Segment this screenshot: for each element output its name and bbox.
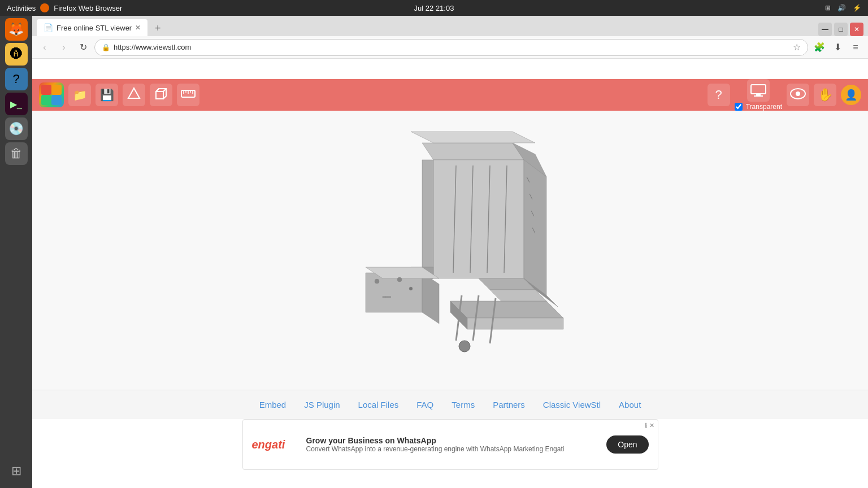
transparent-toggle[interactable]: Transparent — [735, 103, 782, 111]
hand-tool-button[interactable]: ✋ — [814, 84, 836, 106]
svg-rect-5 — [156, 91, 163, 99]
tab-close-button[interactable]: ✕ — [135, 24, 141, 32]
svg-marker-26 — [524, 160, 546, 295]
svg-point-20 — [796, 91, 800, 96]
app-logo[interactable] — [39, 82, 64, 107]
display-mode-button[interactable] — [747, 79, 770, 102]
svg-rect-18 — [754, 95, 763, 97]
sidebar-item-grid[interactable]: ⊞ — [5, 460, 28, 482]
cube-button[interactable] — [150, 84, 172, 106]
back-button[interactable]: ‹ — [37, 40, 53, 55]
nav-bar: ‹ › ↻ 🔒 https://www.viewstl.com ☆ 🧩 ⬇ ≡ — [32, 36, 868, 59]
sidebar-item-apt[interactable]: 🅐 — [5, 43, 28, 66]
svg-point-45 — [459, 341, 470, 352]
ad-subtitle: Convert WhatsApp into a revenue-generati… — [306, 445, 598, 453]
svg-marker-36 — [450, 301, 563, 318]
address-bar[interactable]: 🔒 https://www.viewstl.com ☆ — [94, 39, 808, 56]
footer-link-embed[interactable]: Embed — [259, 400, 287, 409]
sidebar-item-firefox[interactable]: 🦊 — [5, 18, 28, 41]
model-container: ▬▬▬ — [32, 111, 868, 390]
transparent-checkbox[interactable] — [735, 103, 743, 111]
svg-marker-40 — [422, 273, 439, 324]
footer-link-partners[interactable]: Partners — [493, 400, 525, 409]
svg-marker-25 — [433, 160, 524, 278]
help-button[interactable]: ? — [708, 84, 730, 106]
ad-controls[interactable]: ℹ ✕ — [645, 422, 654, 429]
downloads-button[interactable]: ⬇ — [830, 40, 845, 55]
footer-link-classic[interactable]: Classic ViewStl — [543, 400, 601, 409]
ad-info-icon[interactable]: ℹ — [645, 422, 647, 429]
footer-link-faq[interactable]: FAQ — [416, 400, 433, 409]
taskbar-left: Activities Firefox Web Browser — [7, 3, 122, 12]
ad-banner: ℹ ✕ engati Grow your Business on WhatsAp… — [32, 419, 868, 470]
footer-link-about[interactable]: About — [619, 400, 641, 409]
sidebar-item-trash[interactable]: 🗑 — [5, 142, 28, 165]
footer-links-bar: Embed JS Plugin Local Files FAQ Terms Pa… — [32, 390, 868, 419]
ad-inner: ℹ ✕ engati Grow your Business on WhatsAp… — [242, 419, 658, 470]
terminal-icon: ▶_ — [10, 99, 22, 110]
header-right: ? Transparent — [708, 79, 861, 111]
user-button[interactable]: 👤 — [841, 85, 861, 105]
taskbar-datetime: Jul 22 21:03 — [414, 4, 454, 12]
browser-tab-active[interactable]: 📄 Free online STL viewer ✕ — [37, 19, 147, 36]
tab-favicon: 📄 — [44, 23, 53, 32]
firefox-taskbar-icon[interactable] — [40, 3, 49, 12]
svg-marker-23 — [411, 132, 535, 143]
footer-link-jsplugin[interactable]: JS Plugin — [304, 400, 340, 409]
menu-button[interactable]: ≡ — [848, 40, 863, 55]
svg-marker-24 — [422, 160, 433, 267]
ad-logo: engati — [252, 438, 297, 451]
svg-marker-39 — [366, 273, 422, 312]
ad-title: Grow your Business on WhatsApp — [306, 436, 598, 445]
svg-rect-1 — [51, 85, 62, 95]
display-mode-group: Transparent — [735, 79, 782, 111]
save-button[interactable]: 💾 — [96, 84, 118, 106]
shape-icon — [127, 87, 141, 103]
refresh-button[interactable]: ↻ — [75, 40, 91, 55]
window-minimize-button[interactable]: — — [818, 23, 832, 36]
sidebar-item-disc[interactable]: 💿 — [5, 117, 28, 140]
svg-marker-21 — [422, 143, 524, 160]
svg-rect-17 — [756, 94, 761, 95]
eye-icon — [790, 88, 806, 102]
footer-link-terms[interactable]: Terms — [452, 400, 475, 409]
user-icon: 👤 — [845, 89, 857, 101]
svg-rect-3 — [51, 95, 62, 105]
footer-link-localfiles[interactable]: Local Files — [358, 400, 399, 409]
taskbar-right: ⊞ 🔊 ⚡ — [825, 4, 861, 12]
cube-icon — [154, 87, 168, 103]
nav-right-controls: 🧩 ⬇ ≡ — [811, 40, 863, 55]
sidebar-item-terminal[interactable]: ▶_ — [5, 93, 28, 115]
window-close-button[interactable]: ✕ — [850, 23, 863, 36]
svg-rect-0 — [41, 85, 51, 95]
tab-title: Free online STL viewer — [57, 24, 132, 32]
new-tab-button[interactable]: + — [150, 20, 166, 36]
forward-button[interactable]: › — [56, 40, 72, 55]
open-file-button[interactable]: 📁 — [68, 84, 91, 106]
sidebar-bottom: ⊞ — [5, 460, 28, 482]
svg-point-50 — [397, 277, 402, 282]
sidebar-item-help[interactable]: ? — [5, 68, 28, 90]
svg-marker-4 — [128, 88, 140, 98]
firefox-icon: 🦊 — [8, 22, 24, 37]
window-maximize-button[interactable]: □ — [834, 23, 848, 36]
app-header: 📁 💾 — [32, 79, 868, 111]
help-icon: ? — [12, 72, 19, 86]
hand-icon: ✋ — [818, 88, 833, 102]
network-icon: ⊞ — [825, 4, 831, 12]
ad-cta-button[interactable]: Open — [606, 435, 648, 454]
address-text: https://www.viewstl.com — [114, 43, 789, 51]
svg-marker-38 — [467, 318, 563, 329]
os-taskbar: Activities Firefox Web Browser Jul 22 21… — [0, 0, 868, 16]
shape-button[interactable] — [123, 84, 145, 106]
bookmark-button[interactable]: ☆ — [793, 42, 801, 53]
activities-label[interactable]: Activities — [7, 4, 36, 12]
extensions-button[interactable]: 🧩 — [811, 40, 827, 55]
browser-name: Firefox Web Browser — [54, 4, 122, 12]
folder-icon: 📁 — [73, 88, 87, 102]
measure-button[interactable] — [177, 84, 199, 106]
viewer-area[interactable]: ▬▬▬ — [32, 111, 868, 390]
view-eye-button[interactable] — [787, 84, 809, 106]
ad-close-icon[interactable]: ✕ — [649, 422, 654, 429]
ad-content: Grow your Business on WhatsApp Convert W… — [306, 436, 598, 453]
